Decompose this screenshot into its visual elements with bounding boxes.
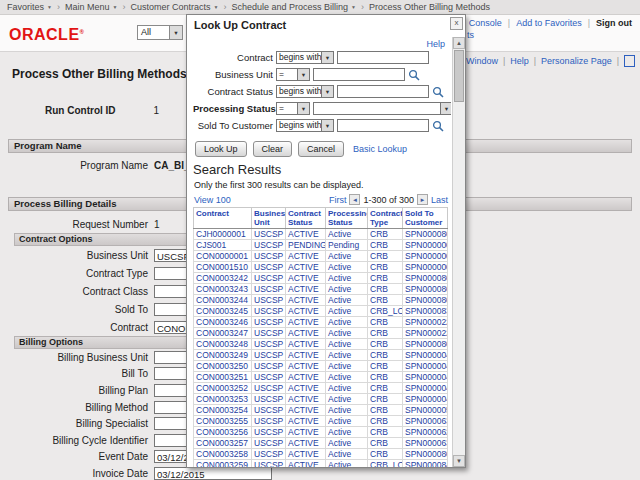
cell-contract-type[interactable]: CRB bbox=[368, 438, 403, 449]
cell-contract-status[interactable]: ACTIVE bbox=[286, 295, 326, 306]
column-header-processing-status[interactable]: Processing Status bbox=[326, 208, 368, 229]
cell-contract[interactable]: CON0003246 bbox=[194, 317, 252, 328]
cell-processing-status[interactable]: Active bbox=[326, 295, 368, 306]
cell-sold-to-customer[interactable]: SPN0000040 bbox=[403, 383, 448, 394]
cell-business-unit[interactable]: USCSP bbox=[252, 405, 286, 416]
cell-contract-status[interactable]: ACTIVE bbox=[286, 394, 326, 405]
personalize-page-icon[interactable] bbox=[624, 55, 635, 67]
console-link[interactable]: Console bbox=[469, 18, 502, 28]
sign-out-link[interactable]: Sign out bbox=[596, 18, 632, 28]
cell-sold-to-customer[interactable]: SPN0000809 bbox=[403, 284, 448, 295]
invoice-date-input[interactable]: 03/12/2015 bbox=[154, 467, 272, 480]
cell-contract-status[interactable]: ACTIVE bbox=[286, 372, 326, 383]
cell-contract[interactable]: CON0003250 bbox=[194, 361, 252, 372]
cell-processing-status[interactable]: Active bbox=[326, 460, 368, 468]
cell-contract[interactable]: CJS001 bbox=[194, 240, 252, 251]
cell-sold-to-customer[interactable]: SPN0000052 bbox=[403, 405, 448, 416]
cell-processing-status[interactable]: Active bbox=[326, 262, 368, 273]
cell-sold-to-customer[interactable]: SPN0000004 bbox=[403, 251, 448, 262]
cell-business-unit[interactable]: USCSP bbox=[252, 317, 286, 328]
cell-contract-status[interactable]: ACTIVE bbox=[286, 273, 326, 284]
cell-business-unit[interactable]: USCSP bbox=[252, 306, 286, 317]
column-header-contract[interactable]: Contract bbox=[194, 208, 252, 229]
cell-contract-type[interactable]: CRB bbox=[368, 328, 403, 339]
cell-contract-status[interactable]: ACTIVE bbox=[286, 449, 326, 460]
pager-last-link[interactable]: Last bbox=[431, 195, 448, 205]
cell-contract-status[interactable]: ACTIVE bbox=[286, 306, 326, 317]
cell-business-unit[interactable]: USCSP bbox=[252, 449, 286, 460]
cell-contract-type[interactable]: CRB bbox=[368, 339, 403, 350]
cell-sold-to-customer[interactable]: SPN0000040 bbox=[403, 361, 448, 372]
cell-sold-to-customer[interactable]: SPN0000841 bbox=[403, 460, 448, 468]
cell-contract-type[interactable]: CRB bbox=[368, 427, 403, 438]
cell-contract-status[interactable]: ACTIVE bbox=[286, 229, 326, 240]
next-page-icon[interactable]: ► bbox=[417, 194, 428, 205]
scrollbar-thumb[interactable] bbox=[454, 50, 464, 102]
search-lookup-icon[interactable] bbox=[408, 69, 420, 81]
contract-status-operator-select[interactable]: begins with▼ bbox=[276, 85, 334, 98]
column-header-contract-type[interactable]: Contract Type bbox=[368, 208, 403, 229]
contract-operator-select[interactable]: begins with▼ bbox=[276, 51, 334, 64]
contract-status-input[interactable] bbox=[337, 85, 429, 98]
business-unit-operator-select[interactable]: =▼ bbox=[276, 68, 310, 81]
cell-contract[interactable]: CON0003256 bbox=[194, 427, 252, 438]
cell-business-unit[interactable]: USCSP bbox=[252, 460, 286, 468]
cell-processing-status[interactable]: Active bbox=[326, 306, 368, 317]
cancel-button[interactable]: Cancel bbox=[298, 141, 344, 157]
cell-sold-to-customer[interactable]: SPN0000809 bbox=[403, 339, 448, 350]
help-link[interactable]: Help bbox=[426, 39, 445, 49]
cell-contract-status[interactable]: ACTIVE bbox=[286, 262, 326, 273]
cell-contract[interactable]: CON0003257 bbox=[194, 438, 252, 449]
processing-status-dropdown[interactable]: ▼ bbox=[313, 102, 451, 115]
cell-contract-type[interactable]: CRB_LOC bbox=[368, 306, 403, 317]
cell-sold-to-customer[interactable]: SPN0000809 bbox=[403, 273, 448, 284]
cell-contract[interactable]: CON0003253 bbox=[194, 394, 252, 405]
cell-sold-to-customer[interactable]: SPN0000040 bbox=[403, 394, 448, 405]
cell-sold-to-customer[interactable]: SPN0000223 bbox=[403, 317, 448, 328]
cell-business-unit[interactable]: USCSP bbox=[252, 262, 286, 273]
column-header-contract-status[interactable]: Contract Status bbox=[286, 208, 326, 229]
cell-processing-status[interactable]: Active bbox=[326, 394, 368, 405]
add-to-favorites-link[interactable]: Add to Favorites bbox=[516, 18, 582, 28]
cell-processing-status[interactable]: Active bbox=[326, 284, 368, 295]
cell-contract-status[interactable]: ACTIVE bbox=[286, 405, 326, 416]
processing-status-operator-select[interactable]: =▼ bbox=[276, 102, 310, 115]
cell-processing-status[interactable]: Pending bbox=[326, 240, 368, 251]
cell-business-unit[interactable]: USCSP bbox=[252, 328, 286, 339]
cell-sold-to-customer[interactable]: SPN0000833 bbox=[403, 306, 448, 317]
cell-sold-to-customer[interactable]: SPN0000809 bbox=[403, 229, 448, 240]
breadcrumb-item-process-other-billing-methods[interactable]: Process Other Billing Methods bbox=[369, 2, 490, 12]
cell-sold-to-customer[interactable]: SPN0000809 bbox=[403, 449, 448, 460]
cell-business-unit[interactable]: USCSP bbox=[252, 295, 286, 306]
breadcrumb-item-schedule-and-process-billing[interactable]: Schedule and Process Billing▼ bbox=[231, 2, 356, 12]
cell-contract-status[interactable]: ACTIVE bbox=[286, 328, 326, 339]
cell-contract[interactable]: CON0003255 bbox=[194, 416, 252, 427]
cell-business-unit[interactable]: USCSP bbox=[252, 251, 286, 262]
cell-business-unit[interactable]: USCSP bbox=[252, 372, 286, 383]
cell-contract[interactable]: CON0001510 bbox=[194, 262, 252, 273]
cell-contract[interactable]: CON0003258 bbox=[194, 449, 252, 460]
scroll-up-icon[interactable]: ▲ bbox=[453, 37, 465, 49]
cell-business-unit[interactable]: USCSP bbox=[252, 284, 286, 295]
cell-contract-type[interactable]: CRB bbox=[368, 284, 403, 295]
cell-processing-status[interactable]: Active bbox=[326, 339, 368, 350]
cell-processing-status[interactable]: Active bbox=[326, 328, 368, 339]
contract-input[interactable] bbox=[337, 51, 429, 64]
cell-business-unit[interactable]: USCSP bbox=[252, 240, 286, 251]
cell-contract-type[interactable]: CRB bbox=[368, 295, 403, 306]
breadcrumb-item-main-menu[interactable]: Main Menu▼ bbox=[65, 2, 117, 12]
cell-sold-to-customer[interactable]: SPN0000636 bbox=[403, 416, 448, 427]
cell-contract[interactable]: CON0003252 bbox=[194, 383, 252, 394]
cell-contract-status[interactable]: PENDING bbox=[286, 240, 326, 251]
cell-sold-to-customer[interactable]: SPN0000223 bbox=[403, 328, 448, 339]
cell-business-unit[interactable]: USCSP bbox=[252, 383, 286, 394]
cell-contract-type[interactable]: CRB bbox=[368, 229, 403, 240]
cell-processing-status[interactable]: Active bbox=[326, 449, 368, 460]
cell-contract[interactable]: CON0000001 bbox=[194, 251, 252, 262]
cell-processing-status[interactable]: Active bbox=[326, 416, 368, 427]
cell-contract-type[interactable]: CRB bbox=[368, 350, 403, 361]
cell-processing-status[interactable]: Active bbox=[326, 273, 368, 284]
cell-contract-type[interactable]: CRB bbox=[368, 317, 403, 328]
close-icon[interactable]: x bbox=[450, 17, 463, 30]
sold-to-customer-operator-select[interactable]: begins with▼ bbox=[276, 119, 334, 132]
